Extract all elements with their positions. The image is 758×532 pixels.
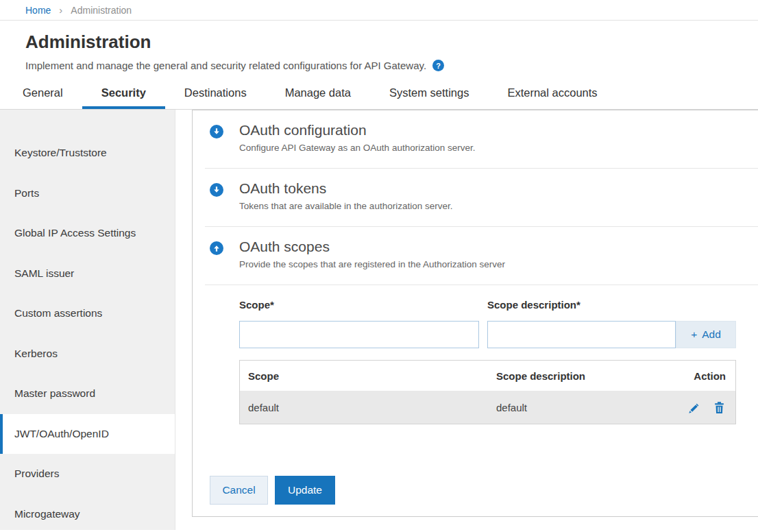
expand-arrow-down-circle-icon[interactable] <box>210 183 223 197</box>
edit-icon[interactable] <box>686 401 699 414</box>
scopes-table: Scope Scope description Action default d… <box>239 360 736 424</box>
section-title: OAuth configuration <box>239 121 475 138</box>
sidebar-item-global-ip-access-settings[interactable]: Global IP Access Settings <box>0 213 175 254</box>
scope-label: Scope* <box>239 299 479 311</box>
help-icon[interactable]: ? <box>432 60 444 71</box>
cancel-button[interactable]: Cancel <box>210 476 268 505</box>
section-description: Tokens that are available in the authori… <box>239 200 452 213</box>
cell-scope-description: default <box>488 402 646 413</box>
column-header-scope: Scope <box>240 370 488 382</box>
section-title: OAuth scopes <box>239 238 505 255</box>
page-title: Administration <box>25 32 758 53</box>
page-header: Administration Implement and manage the … <box>0 21 758 71</box>
sidebar-item-master-password[interactable]: Master password <box>0 374 175 414</box>
scope-form: Scope* Scope description* +Add <box>239 299 736 348</box>
breadcrumb-separator-icon: › <box>59 4 62 16</box>
scope-description-input[interactable] <box>487 321 676 348</box>
sidebar-item-custom-assertions[interactable]: Custom assertions <box>0 293 175 334</box>
tab-bar: General Security Destinations Manage dat… <box>0 80 758 110</box>
section-description: Provide the scopes that are registered i… <box>239 258 505 271</box>
cell-scope: default <box>240 402 488 413</box>
section-oauth-scopes: OAuth scopes Provide the scopes that are… <box>193 227 758 285</box>
sidebar-item-saml-issuer[interactable]: SAML issuer <box>0 254 175 294</box>
section-oauth-configuration: OAuth configuration Configure API Gatewa… <box>193 110 758 168</box>
sidebar-item-microgateway[interactable]: Microgateway <box>0 494 175 532</box>
expand-arrow-down-circle-icon[interactable] <box>210 125 223 138</box>
sidebar-item-ports[interactable]: Ports <box>0 173 175 214</box>
sidebar: Keystore/Truststore Ports Global IP Acce… <box>0 110 175 530</box>
administration-page: Home › Administration Administration Imp… <box>0 0 758 532</box>
tab-security[interactable]: Security <box>82 80 165 109</box>
delete-icon[interactable] <box>713 401 726 414</box>
tab-general[interactable]: General <box>3 80 82 109</box>
page-subtitle: Implement and manage the general and sec… <box>25 60 426 71</box>
oauth-scopes-body: Scope* Scope description* +Add Scope <box>239 285 736 424</box>
update-button[interactable]: Update <box>275 476 335 505</box>
scope-input[interactable] <box>239 321 479 348</box>
content-panel: OAuth configuration Configure API Gatewa… <box>192 110 758 517</box>
sidebar-item-keystore-truststore[interactable]: Keystore/Truststore <box>0 133 175 173</box>
breadcrumb: Home › Administration <box>0 0 758 21</box>
table-row: default default <box>240 391 735 424</box>
add-scope-button[interactable]: +Add <box>676 321 736 348</box>
breadcrumb-home-link[interactable]: Home <box>25 5 51 16</box>
tab-destinations[interactable]: Destinations <box>165 80 266 109</box>
section-description: Configure API Gateway as an OAuth author… <box>239 142 475 154</box>
column-header-action: Action <box>646 370 735 382</box>
section-title: OAuth tokens <box>239 180 452 197</box>
section-oauth-tokens: OAuth tokens Tokens that are available i… <box>193 169 758 226</box>
tab-system-settings[interactable]: System settings <box>370 80 488 109</box>
breadcrumb-current: Administration <box>71 5 132 16</box>
footer-actions: Cancel Update <box>210 476 758 518</box>
tab-manage-data[interactable]: Manage data <box>266 80 370 109</box>
sidebar-item-jwt-oauth-openid[interactable]: JWT/OAuth/OpenID <box>0 414 175 455</box>
sidebar-item-providers[interactable]: Providers <box>0 454 175 494</box>
plus-icon: + <box>691 328 697 341</box>
scope-description-label: Scope description* <box>487 299 736 311</box>
collapse-arrow-up-circle-icon[interactable] <box>210 241 223 255</box>
sidebar-item-kerberos[interactable]: Kerberos <box>0 334 175 374</box>
column-header-scope-description: Scope description <box>488 370 646 382</box>
tab-external-accounts[interactable]: External accounts <box>488 80 616 109</box>
table-header-row: Scope Scope description Action <box>240 361 735 391</box>
